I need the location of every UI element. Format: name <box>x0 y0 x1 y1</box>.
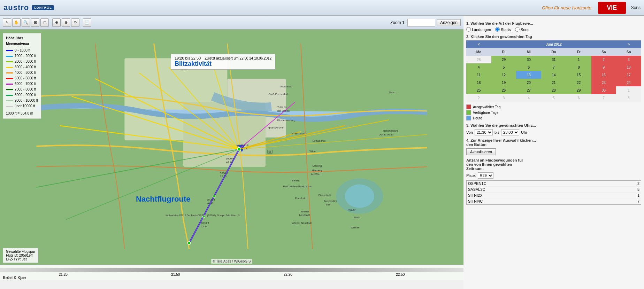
cal-day[interactable]: 14 <box>541 71 566 79</box>
cal-day[interactable]: 8 <box>616 94 641 102</box>
toolbar-btn-6[interactable]: ⊕ <box>52 18 61 27</box>
flight-info-line3: LFZ-TYP: Jet <box>6 257 35 261</box>
cal-day[interactable]: 2 <box>466 94 491 102</box>
piste-select[interactable]: R29 L29 R11 <box>478 172 493 179</box>
zoom-input[interactable]: 119,858 <box>407 19 435 26</box>
section1-title: 1. Wählen Sie die Art der Flugbewe... <box>466 21 641 25</box>
zoom-label: Zoom 1: <box>390 20 406 25</box>
radio-landungen[interactable]: Landungen <box>466 27 491 32</box>
radio-starts[interactable]: Starts <box>495 27 511 32</box>
cal-day[interactable]: 3 <box>491 94 516 102</box>
cal-day[interactable]: 7 <box>591 94 616 102</box>
cal-day[interactable]: 9 <box>591 63 616 71</box>
timeline-label-3: 22:20 <box>284 273 292 276</box>
calendar: < Juni 2012 > Mo Di Mi Do Fr Sa So 28293… <box>466 40 641 102</box>
cal-day[interactable]: 2 <box>591 56 616 63</box>
toolbar-btn-2[interactable]: ✋ <box>12 18 21 27</box>
timeline-label-2: 21:50 <box>171 273 180 276</box>
svg-text:Wien: Wien <box>309 150 315 153</box>
cal-day[interactable]: 18 <box>466 79 491 86</box>
cal-day[interactable]: 1 <box>616 86 641 94</box>
toolbar-btn-7[interactable]: ⊖ <box>62 18 70 27</box>
cal-day[interactable]: 29 <box>566 86 591 94</box>
cal-legend-today-box <box>466 116 471 120</box>
svg-text:S1: S1 <box>268 151 271 153</box>
cal-day[interactable]: 5 <box>491 63 516 71</box>
vie-logo: VIE <box>598 2 626 14</box>
cal-day[interactable]: 25 <box>466 86 491 94</box>
cal-day[interactable]: 7 <box>541 63 566 71</box>
radio-sons-label: Sons <box>521 28 529 32</box>
cal-day[interactable]: 13 <box>516 71 541 79</box>
flight-table-container[interactable]: OSPEN1C2SASAL2C5SITNI2X1SITNI4C7 <box>466 180 641 205</box>
cal-day[interactable]: 28 <box>466 56 491 63</box>
svg-text:3000 ft: 3000 ft <box>220 172 228 175</box>
toolbar-btn-9[interactable]: 📄 <box>83 18 91 27</box>
austro-logo: austro <box>3 3 29 12</box>
time-to-label: bis <box>495 130 499 134</box>
svg-text:ghartskirchen: ghartskirchen <box>268 126 284 129</box>
cal-day[interactable]: 15 <box>566 71 591 79</box>
cal-body: 2829303112345678910111213141516171819202… <box>466 56 641 102</box>
time-to-select[interactable]: 23:00 22:00 24:00 <box>501 129 519 135</box>
cal-day[interactable]: 31 <box>541 56 566 63</box>
svg-text:Pressbaum: Pressbaum <box>292 132 305 135</box>
flight-count: 1 <box>608 193 641 198</box>
cal-day[interactable]: 21 <box>541 79 566 86</box>
svg-text:Baden: Baden <box>292 179 300 182</box>
timeline-bar[interactable] <box>0 268 463 272</box>
cal-day[interactable]: 30 <box>591 86 616 94</box>
right-panel: 1. Wählen Sie die Art der Flugbewe... La… <box>463 16 644 289</box>
cal-prev[interactable]: < <box>466 40 491 48</box>
cal-day[interactable]: 28 <box>541 86 566 94</box>
cal-day[interactable]: 12 <box>491 71 516 79</box>
toolbar-btn-4[interactable]: ⊞ <box>31 18 39 27</box>
toolbar-btn-8[interactable]: ⟳ <box>71 18 79 27</box>
time-row: Von 21:30 21:00 22:00 bis 23:00 22:00 24… <box>466 129 641 135</box>
cal-day[interactable]: 1 <box>566 56 591 63</box>
map-popup: 19:20 bis 22:50 Zuletzt aktualisiert um … <box>171 54 275 70</box>
cal-day[interactable]: 5 <box>541 94 566 102</box>
svg-text:22:13: 22:13 <box>220 175 227 178</box>
cal-day[interactable]: 8 <box>566 63 591 71</box>
cal-day[interactable]: 22 <box>566 79 591 86</box>
cal-next[interactable]: > <box>616 40 641 48</box>
flight-table-row: SITNI4C7 <box>467 198 641 204</box>
aktualisieren-button[interactable]: Aktualisieren <box>466 148 496 155</box>
cal-day[interactable]: 10 <box>616 63 641 71</box>
cal-day[interactable]: 17 <box>616 71 641 79</box>
svg-text:5000 ft: 5000 ft <box>207 198 215 201</box>
toolbar-btn-3[interactable]: 🔍 <box>22 18 30 27</box>
cal-day[interactable]: 23 <box>591 79 616 86</box>
cal-day[interactable]: 26 <box>491 86 516 94</box>
section3-title: 3. Wählen Sie die gewünschten Uhrz... <box>466 123 641 127</box>
cal-day[interactable]: 16 <box>591 71 616 79</box>
flight-type-group: Landungen Starts Sons <box>466 27 641 32</box>
cal-day[interactable]: 19 <box>491 79 516 86</box>
cal-day[interactable]: 20 <box>516 79 541 86</box>
cal-day[interactable]: 27 <box>516 86 541 94</box>
anzeigen-button[interactable]: Anzeigen <box>437 19 461 26</box>
header-right: Offen für neue Horizonte. VIE Sons <box>542 2 641 14</box>
cal-legend: Ausgewählter Tag Verfügbare Tage Heute <box>466 104 641 120</box>
piste-row: Piste: R29 L29 R11 <box>466 172 641 179</box>
cal-day[interactable]: 4 <box>516 94 541 102</box>
time-from-select[interactable]: 21:30 21:00 22:00 <box>475 129 493 135</box>
cal-day[interactable]: 3 <box>616 56 641 63</box>
cal-day[interactable]: 11 <box>466 71 491 79</box>
toolbar-btn-5[interactable]: ◻ <box>40 18 49 27</box>
radio-sons[interactable]: Sons <box>515 27 529 32</box>
cal-day[interactable]: 30 <box>516 56 541 63</box>
cal-day[interactable]: 24 <box>616 79 641 86</box>
toolbar-btn-1[interactable]: ↖ <box>3 18 11 27</box>
cal-day[interactable]: 29 <box>491 56 516 63</box>
cal-day[interactable]: 6 <box>566 94 591 102</box>
svg-text:22:14: 22:14 <box>207 201 213 204</box>
flight-code: SITNI2X <box>467 193 608 198</box>
flight-table-body: OSPEN1C2SASAL2C5SITNI2X1SITNI4C7 <box>467 181 641 204</box>
cal-header-do: Do <box>541 48 566 56</box>
map-area[interactable]: ↖ ✋ 🔍 ⊞ ◻ ⊕ ⊖ ⟳ 📄 Zoom 1: 119,858 Anzeig… <box>0 16 463 280</box>
svg-text:Tulln an: Tulln an <box>277 106 287 109</box>
cal-day[interactable]: 6 <box>516 63 541 71</box>
cal-day[interactable]: 4 <box>466 63 491 71</box>
